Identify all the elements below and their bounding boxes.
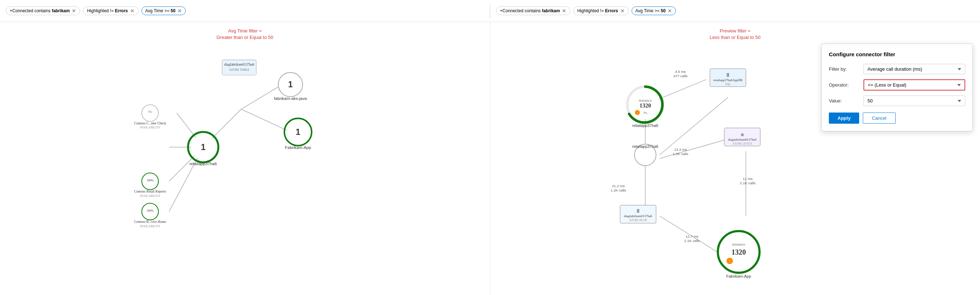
node-fabrikam-app[interactable]: 1 Fabrikam-App: [284, 118, 312, 150]
right-edge-3: [660, 97, 728, 155]
filter-by-label: Filter by:: [829, 67, 858, 72]
node-instance1320-top[interactable]: instance 1320 ! 3% retailapp37ha6: [627, 87, 663, 128]
svg-text:Fabrikam-App: Fabrikam-App: [285, 145, 311, 150]
cancel-button[interactable]: Cancel: [863, 113, 895, 124]
operator-row: Operator: <= (Less or Equal) >= (Greater…: [829, 79, 965, 90]
svg-text:Fabrikam-App: Fabrikam-App: [726, 274, 751, 278]
svg-text:1: 1: [288, 80, 293, 89]
node-azure-blob[interactable]: 🗄 diagfabrikam0137ha6 AZURE BLOB: [620, 205, 656, 223]
right-filter-connected[interactable]: +Connected contains fabrikam ✕: [496, 6, 570, 15]
svg-text:1: 1: [296, 127, 301, 137]
left-filter-connected-text: +Connected contains fabrikam: [10, 8, 70, 13]
edge-label-1: 4.6 ms: [675, 70, 686, 74]
filter-by-select[interactable]: Average call duration (ms) Call count: [864, 64, 965, 74]
svg-text:⊞: ⊞: [741, 133, 744, 137]
edge-label-4: 11 ms: [743, 177, 752, 181]
svg-text:diagfabrikam0137ha6: diagfabrikam0137ha6: [728, 138, 757, 141]
operator-select[interactable]: <= (Less or Equal) >= (Greater or Equal)…: [864, 79, 965, 90]
svg-text:1: 1: [201, 143, 205, 152]
node-contoso-check[interactable]: 5% Contoso C...mer Check AVAILABILITY: [134, 105, 166, 129]
edge-label-2b: 1.2K calls: [673, 152, 688, 156]
svg-text:🗄: 🗄: [636, 209, 640, 213]
config-panel-title: Configure connector filter: [829, 51, 965, 57]
svg-text:retailapp37ha6: retailapp37ha6: [189, 162, 217, 166]
config-panel: Configure connector filter Filter by: Av…: [821, 44, 973, 131]
svg-text:SQL: SQL: [725, 82, 731, 86]
svg-text:100%: 100%: [146, 209, 154, 213]
svg-text:fabrikam-aks-java: fabrikam-aks-java: [274, 96, 307, 101]
svg-text:AVAILABILITY: AVAILABILITY: [140, 194, 161, 198]
config-actions: Apply Cancel: [829, 113, 965, 124]
svg-text:diagfabrikam0137ha6: diagfabrikam0137ha6: [624, 214, 652, 218]
right-filter-label: Preview filter = Less than or Equal to 5…: [710, 28, 761, 41]
filter-by-row: Filter by: Average call duration (ms) Ca…: [829, 64, 965, 74]
right-filter-connected-close[interactable]: ✕: [562, 8, 566, 13]
right-filter-highlighted-text: Highlighted != Errors: [577, 8, 618, 13]
node-retailapp-right[interactable]: retailapp37ha6: [632, 144, 658, 166]
svg-text:Contoso Retail Reports: Contoso Retail Reports: [134, 190, 166, 193]
left-filter-avgtime[interactable]: Avg Time >= 50 ✕: [142, 6, 186, 15]
node-azure-queue[interactable]: ⊞ diagfabrikam0137ha6 AZURE QUEUE: [724, 128, 760, 146]
svg-rect-0: [222, 60, 256, 75]
left-filters: +Connected contains fabrikam ✕ Highlight…: [6, 6, 484, 15]
node-fabrikam-app-right[interactable]: instance 1320 ! Fabrikam-App: [718, 231, 760, 278]
node-diagfabrikam[interactable]: diagfabrikam0137ha6 AZURE TABLE: [222, 60, 256, 75]
left-filter-highlighted-close[interactable]: ✕: [130, 8, 135, 13]
left-filter-label: Avg Time filter = Greater than or Equal …: [216, 28, 274, 41]
svg-text:1320: 1320: [732, 248, 746, 256]
svg-text:AZURE TABLE: AZURE TABLE: [229, 68, 249, 71]
svg-text:AVAILABILITY: AVAILABILITY: [140, 126, 161, 129]
node-retailapp[interactable]: 1 retailapp37ha6: [188, 132, 218, 166]
left-filter-avgtime-close[interactable]: ✕: [177, 8, 182, 13]
node-contoso-home[interactable]: 100% Contoso R...vice Home AVAILABILITY: [134, 203, 166, 228]
value-label: Value:: [829, 98, 858, 103]
edge-label-3b: 1.2K calls: [611, 188, 626, 192]
left-filter-highlighted-text: Highlighted != Errors: [87, 8, 128, 13]
operator-label: Operator:: [829, 82, 858, 88]
svg-text:1320: 1320: [640, 102, 651, 109]
svg-text:instance: instance: [732, 242, 745, 246]
node-sql-db[interactable]: 🗄 retailapp37ha6AppDB SQL: [710, 68, 746, 87]
svg-text:retailapp37ha6: retailapp37ha6: [632, 144, 658, 149]
right-filter-highlighted[interactable]: Highlighted != Errors ✕: [573, 6, 628, 15]
main-content: Avg Time filter = Greater than or Equal …: [0, 22, 980, 295]
left-panel: Avg Time filter = Greater than or Equal …: [0, 22, 490, 295]
svg-text:AZURE QUEUE: AZURE QUEUE: [732, 142, 752, 145]
svg-text:AZURE BLOB: AZURE BLOB: [629, 219, 647, 222]
svg-text:retailapp37ha6: retailapp37ha6: [632, 123, 658, 128]
right-filter-avgtime[interactable]: Avg Time >= 50 ✕: [632, 6, 676, 15]
apply-button[interactable]: Apply: [829, 113, 859, 124]
svg-text:5%: 5%: [148, 110, 152, 114]
node-fabrikam-aks[interactable]: 1 fabrikam-aks-java: [274, 73, 307, 101]
edge-7: [241, 109, 290, 132]
svg-text:instance: instance: [639, 98, 652, 102]
value-select[interactable]: 50 100 200: [864, 95, 965, 106]
edge-label-6b: 2.1K calls: [684, 239, 700, 243]
right-filter-avgtime-text: Avg Time >= 50: [636, 8, 666, 13]
right-filter-highlighted-close[interactable]: ✕: [620, 8, 625, 13]
right-edge-4: [660, 137, 735, 159]
edge-label-6: 12.7 ms: [686, 235, 698, 238]
right-filter-connected-text: +Connected contains fabrikam: [500, 8, 560, 13]
svg-text:Contoso C...mer Check: Contoso C...mer Check: [134, 122, 166, 125]
edge-label-3: 21.2 ms: [612, 184, 625, 188]
right-filter-avgtime-close[interactable]: ✕: [668, 8, 672, 13]
node-contoso-retail[interactable]: 100% Contoso Retail Reports AVAILABILITY: [134, 173, 166, 197]
svg-text:retailapp37ha6AppDB: retailapp37ha6AppDB: [713, 78, 743, 82]
edge-label-4b: 2.1K calls: [740, 181, 755, 185]
svg-text:Contoso R...vice Home: Contoso R...vice Home: [134, 220, 166, 224]
edge-6: [241, 87, 279, 109]
svg-text:AVAILABILITY: AVAILABILITY: [140, 225, 161, 228]
left-filter-connected-close[interactable]: ✕: [72, 8, 76, 13]
svg-text:100%: 100%: [146, 179, 154, 182]
left-graph: diagfabrikam0137ha6 AZURE TABLE 1 fabrik…: [0, 22, 490, 295]
svg-text:3%: 3%: [643, 111, 648, 115]
value-row: Value: 50 100 200: [829, 95, 965, 106]
svg-text:!: !: [637, 112, 638, 115]
top-bar: +Connected contains fabrikam ✕ Highlight…: [0, 0, 980, 22]
svg-text:!: !: [729, 259, 730, 263]
edge-label-1b: 477 calls: [673, 74, 687, 78]
left-filter-connected[interactable]: +Connected contains fabrikam ✕: [6, 6, 80, 15]
left-filter-highlighted[interactable]: Highlighted != Errors ✕: [83, 6, 138, 15]
left-filter-avgtime-text: Avg Time >= 50: [145, 8, 176, 13]
